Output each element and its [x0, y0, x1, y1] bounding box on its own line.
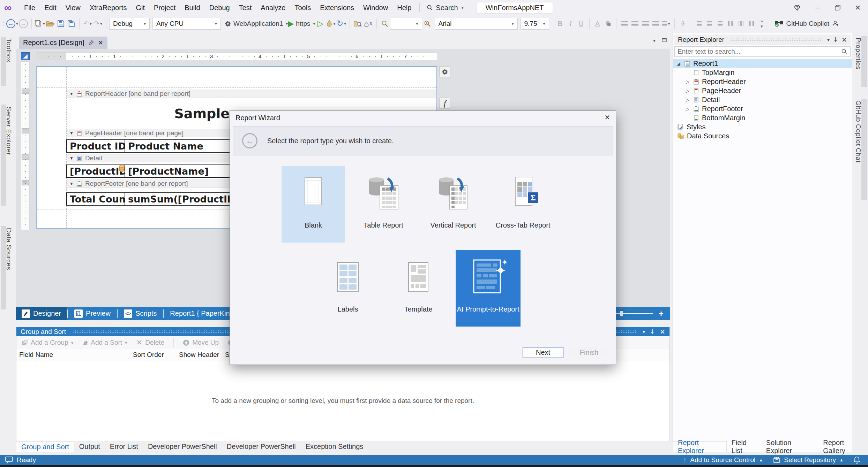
zoom-in-icon[interactable] — [422, 18, 433, 30]
hot-reload-button[interactable]: ▾ — [326, 18, 336, 30]
italic-button[interactable]: I — [566, 18, 576, 30]
new-project-button[interactable]: ▾ — [35, 18, 45, 30]
panel-splitter[interactable] — [670, 32, 673, 452]
close-tab-icon[interactable]: ✕ — [98, 39, 103, 47]
menu-item[interactable]: Help — [392, 0, 416, 15]
align-bottoms-button[interactable] — [746, 18, 757, 30]
float-window-icon[interactable] — [661, 37, 667, 43]
font-size-dropdown[interactable]: 9.75▾ — [521, 18, 549, 30]
align-centers-button[interactable] — [704, 18, 715, 30]
undo-button[interactable]: ↶▾ — [82, 18, 93, 30]
menu-item[interactable]: View — [61, 0, 85, 15]
bottom-tab-report-explorer[interactable]: Report Explorer — [673, 441, 727, 452]
column-header[interactable]: Sort Order — [130, 349, 176, 360]
tree-item-report1[interactable]: ◢ Report1 — [673, 59, 852, 68]
align-tops-button[interactable] — [725, 18, 736, 30]
font-color-button[interactable]: A — [592, 18, 603, 30]
vertical-ruler[interactable] — [21, 61, 30, 230]
add-to-source-control-button[interactable]: ↑ Add to Source Control ▲ — [678, 456, 768, 464]
zoom-slider-handle[interactable] — [620, 311, 623, 317]
align-middles-button[interactable] — [736, 18, 746, 30]
sidebar-tab-toolbox[interactable]: Toolbox — [5, 38, 13, 62]
expander-icon[interactable]: ▷ — [685, 106, 690, 112]
expander-icon[interactable]: ▷ — [685, 97, 690, 102]
document-tab[interactable]: Report1.cs [Design] ✕ — [19, 37, 107, 49]
menu-item[interactable]: Tools — [290, 0, 316, 15]
align-justify-button[interactable] — [651, 18, 661, 30]
report-title-label[interactable]: Sample — [37, 106, 230, 121]
sidebar-tab-github-copilot-chat[interactable]: GitHub Copilot Chat — [854, 100, 862, 162]
close-icon[interactable]: ✕ — [660, 328, 665, 336]
menu-item[interactable]: Project — [149, 0, 180, 15]
sidebar-tab-data-sources[interactable]: Data Sources — [5, 228, 13, 270]
toolbar-overflow-button[interactable]: »▾ — [757, 18, 767, 30]
tree-item-styles[interactable]: Styles — [673, 122, 852, 131]
report-tasks-gear-button[interactable] — [439, 66, 450, 77]
menu-item[interactable]: Git — [131, 0, 149, 15]
save-all-button[interactable] — [66, 18, 76, 30]
solution-platform-dropdown[interactable]: Any CPU▾ — [152, 18, 221, 30]
collapse-icon[interactable]: ▼ — [69, 156, 74, 161]
tree-item-pageheader[interactable]: ▷ PageHeader — [673, 86, 852, 95]
report-type-ai-prompt-to-report[interactable]: AI Prompt-to-Report — [456, 250, 521, 327]
band-resize-handle[interactable] — [22, 89, 29, 94]
tree-item-topmargin[interactable]: TopMargin — [673, 68, 852, 77]
menu-item[interactable]: Extensions — [315, 0, 359, 15]
minimize-button[interactable]: ─ — [807, 0, 828, 15]
band-resize-handle[interactable] — [22, 128, 29, 133]
report-type-vertical-report[interactable]: Vertical Report — [421, 166, 485, 243]
align-lefts-button[interactable] — [694, 18, 704, 30]
bottom-tab-group-and-sort[interactable]: Group and Sort — [16, 441, 74, 452]
restore-button[interactable] — [828, 0, 848, 15]
align-right-button[interactable] — [640, 18, 651, 30]
bold-button[interactable]: B — [555, 18, 566, 30]
bottom-tab-output[interactable]: Output — [74, 441, 105, 452]
horizontal-ruler[interactable]: 1234567 — [36, 52, 437, 60]
bottom-tab-solution-explorer[interactable]: Solution Explorer — [761, 441, 818, 452]
underline-button[interactable]: U — [576, 18, 586, 30]
zoom-out-icon[interactable] — [380, 18, 390, 30]
column-header[interactable]: Field Name — [16, 349, 130, 360]
delete-button[interactable]: ✕Delete — [136, 338, 165, 347]
window-position-dropdown-icon[interactable]: ▾ — [643, 329, 645, 335]
add-sort-button[interactable]: Add a Sort▾ — [82, 339, 127, 346]
report-type-cross-tab-report[interactable]: Σ Cross-Tab Report — [491, 166, 555, 243]
finish-button[interactable]: Finish — [569, 347, 609, 358]
back-button[interactable]: ← — [242, 133, 257, 148]
bottom-tab-error-list[interactable]: Error List — [105, 441, 143, 452]
find-in-files-button[interactable] — [353, 18, 363, 30]
collapse-icon[interactable]: ▼ — [69, 131, 74, 136]
menu-item[interactable]: Analyze — [256, 0, 290, 15]
navigate-back-button[interactable]: ←▾ — [6, 18, 18, 30]
select-repository-button[interactable]: Select Repository ▲ — [768, 456, 848, 464]
close-icon[interactable]: ✕ — [841, 36, 847, 44]
open-file-button[interactable] — [45, 18, 55, 30]
add-group-button[interactable]: Add a Group▾ — [22, 339, 73, 346]
bottom-tab-developer-powershell-2[interactable]: Developer PowerShell — [222, 441, 301, 452]
line-spacing-button[interactable]: ▾ — [661, 18, 672, 30]
tree-item-bottommargin[interactable]: BottomMargin — [673, 113, 852, 122]
search-input[interactable] — [675, 48, 841, 55]
bottom-tab-developer-powershell-1[interactable]: Developer PowerShell — [143, 441, 222, 452]
tab-scripts[interactable]: <> Scripts — [118, 307, 162, 320]
collapse-icon[interactable]: ▼ — [69, 181, 74, 186]
bottom-tab-report-gallery[interactable]: Report Gallery — [818, 441, 868, 452]
band-strip-report-header[interactable]: ▼ ReportHeader [one band per report] — [67, 90, 436, 98]
sidebar-tab-server-explorer[interactable]: Server Explorer — [5, 107, 13, 155]
bottom-tab-field-list[interactable]: Field List — [727, 441, 761, 452]
sidebar-tab-properties[interactable]: Properties — [854, 38, 862, 70]
dialog-close-button[interactable]: ✕ — [604, 113, 610, 122]
bottom-tab-exception-settings[interactable]: Exception Settings — [301, 441, 368, 452]
table-cell[interactable]: Product ID — [66, 139, 125, 153]
startup-project-dropdown[interactable]: WebApplication1▾ — [224, 18, 288, 30]
feedback-status-button[interactable]: Ready — [0, 456, 41, 464]
expander-icon[interactable]: ▷ — [685, 79, 690, 84]
next-button[interactable]: Next — [523, 347, 563, 358]
redo-button[interactable]: ↷▾ — [93, 18, 103, 30]
table-cell[interactable]: [ProductID] — [66, 164, 125, 178]
report-type-template[interactable]: Template — [387, 250, 450, 327]
menu-item[interactable]: XtraReports — [85, 0, 132, 15]
align-left-button[interactable] — [619, 18, 630, 30]
tree-item-detail[interactable]: ▷ Detail — [673, 95, 852, 104]
pin-icon[interactable] — [89, 40, 94, 45]
